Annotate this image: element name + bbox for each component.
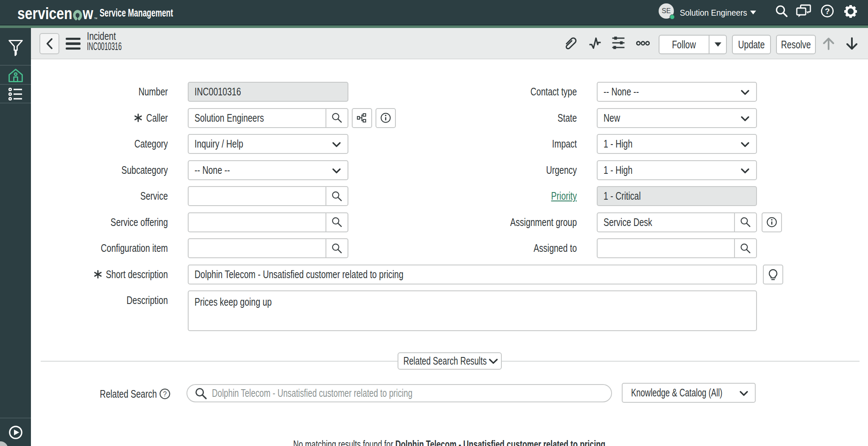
svg-text:?: ? xyxy=(825,7,830,16)
svg-text:?: ? xyxy=(163,390,167,398)
